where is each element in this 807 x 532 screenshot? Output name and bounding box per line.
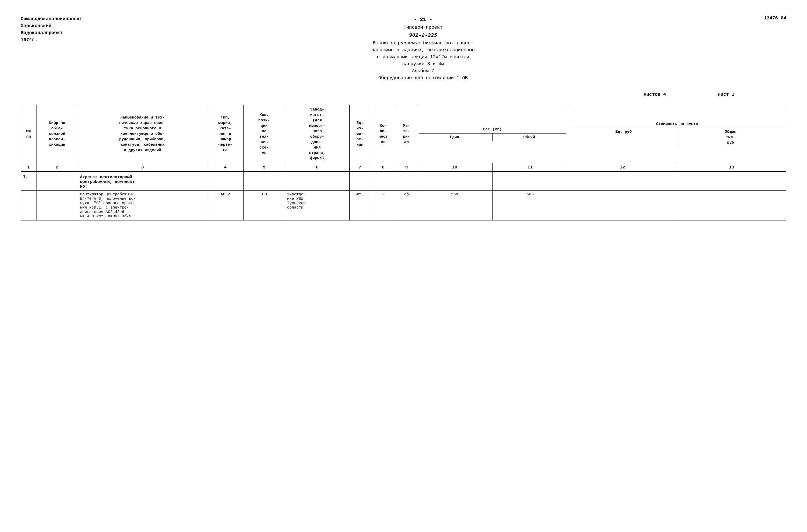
header-col12: Ед. руб	[570, 128, 677, 147]
col-num-11: II	[492, 163, 568, 172]
main-table: №№ пп Шифр по обще- союзной класси- фика…	[21, 105, 786, 221]
header-col10: Един.	[419, 134, 492, 141]
section-col12	[568, 172, 677, 191]
row1-col10: 568	[417, 190, 492, 220]
row1-col9: об	[396, 190, 417, 220]
current-sheet: Лист I	[718, 92, 734, 97]
project-code: 902-2-225	[371, 31, 475, 40]
col-num-9: 9	[396, 163, 417, 172]
section-header-row-1: I. Агрегат вентиляторныйцентробежный, ко…	[21, 172, 786, 191]
header-section: Союзводоканалниипроект Харьковский Водок…	[21, 16, 786, 81]
row1-col11: 568	[492, 190, 568, 220]
header-col3: Наименование и тех- ническая характерис-…	[78, 105, 207, 163]
description-line1: Высокозагружаемые биофильтры, распо-	[371, 40, 475, 46]
header-col13: Общая тыс. руб	[677, 128, 784, 147]
org-info: Союзводоканалниипроект Харьковский Водок…	[21, 16, 82, 43]
org-line1: Союзводоканалниипроект	[21, 16, 82, 22]
col-num-6: 6	[285, 163, 350, 172]
col-num-13: I3	[677, 163, 786, 172]
section-col13	[677, 172, 786, 191]
row1-col8: I	[370, 190, 396, 220]
table-header-row: №№ пп Шифр по обще- союзной класси- фика…	[21, 105, 786, 163]
section-title: Агрегат вентиляторныйцентробежный, компл…	[78, 172, 207, 191]
header-col11: Общий	[492, 134, 566, 141]
header-col2: Шифр по обще- союзной класси- фикации	[37, 105, 78, 163]
row1-col5: П-I	[244, 190, 285, 220]
col-num-4: 4	[207, 163, 244, 172]
col-num-1: I	[21, 163, 37, 172]
description-line2: лагаемые в зданиях, четырехсекционные	[371, 46, 475, 54]
section-num: I.	[21, 172, 37, 191]
section-col5	[244, 172, 285, 191]
page-number: - 21 -	[371, 16, 475, 24]
equipment: Оборудование для вентиляции I-ОВ	[371, 75, 475, 81]
header-col4: Тип, марка, ката- лог и номер черте- жа	[207, 105, 244, 163]
section-col10	[417, 172, 492, 191]
header-col9: Ма- те- ри- ал	[396, 105, 417, 163]
row1-col7: шт.	[350, 190, 370, 220]
header-col5: Ком. пози- ции пс тех- нич. схе- ме	[244, 105, 285, 163]
section-col9	[396, 172, 417, 191]
row1-col4: А8-2	[207, 190, 244, 220]
section-col6	[285, 172, 350, 191]
center-header: - 21 - Типовой проект 902-2-225 Высокоза…	[371, 16, 475, 81]
org-line3: Водоканалпроект	[21, 30, 82, 37]
header-col7: Ед. из- ме- ре- ния	[350, 105, 370, 163]
col-num-8: 8	[370, 163, 396, 172]
org-line4: 1974г.	[21, 37, 82, 43]
column-numbers-row: I 2 3 4 5 6 7 8 9 IO II I2 I3	[21, 163, 786, 172]
table-row: Вентилятор центробежный Ц4-70 № 8, полож…	[21, 190, 786, 220]
page-container: Союзводоканалниипроект Харьковский Водок…	[21, 16, 786, 221]
section-code	[37, 172, 78, 191]
section-col4	[207, 172, 244, 191]
header-col8: Ко- ли- чест во	[370, 105, 396, 163]
sheet-info: Листов 4 Лист I	[21, 92, 786, 97]
col-num-2: 2	[37, 163, 78, 172]
row1-col2	[37, 190, 78, 220]
album: Альбом 7	[371, 68, 475, 75]
row1-col12	[568, 190, 677, 220]
col-num-7: 7	[350, 163, 370, 172]
section-col8	[370, 172, 396, 191]
col-num-5: 5	[244, 163, 285, 172]
section-col11	[492, 172, 568, 191]
header-weight: Вес (кг) Един. Общий	[417, 105, 568, 163]
col-num-10: IO	[417, 163, 492, 172]
section-col7	[350, 172, 370, 191]
org-line2: Харьковский	[21, 22, 82, 30]
header-col6: Завод- изгот. (для импорт- ного обору- д…	[285, 105, 350, 163]
header-cost: Стоимость по смете Ед. руб Общая тыс. ру…	[568, 105, 786, 163]
row1-col13	[677, 190, 786, 220]
project-title: Типовой проект	[371, 24, 475, 31]
description-line4: загрузки 3 и 4м	[371, 60, 475, 68]
doc-number: 13476-04	[764, 16, 786, 21]
description-line3: о размерами секций 12х12м высотой	[371, 54, 475, 60]
total-sheets: Листов 4	[644, 92, 666, 97]
col-num-12: I2	[568, 163, 677, 172]
col-num-3: 3	[78, 163, 207, 172]
row1-col6: Учрежде-ние УВДТульскойобласти	[285, 190, 350, 220]
row1-col3: Вентилятор центробежный Ц4-70 № 8, полож…	[78, 190, 207, 220]
header-col1: №№ пп	[21, 105, 37, 163]
row1-col1	[21, 190, 37, 220]
